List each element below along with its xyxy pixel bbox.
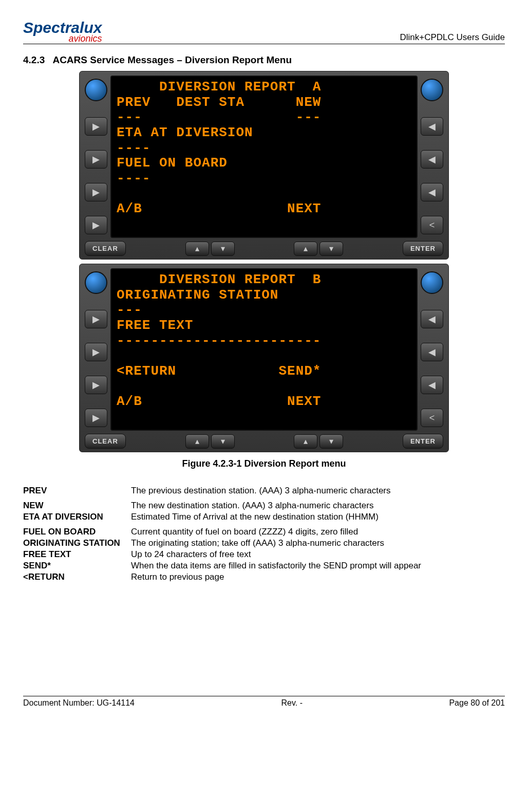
lsk-r4[interactable]: <	[421, 216, 443, 234]
lsk-l2[interactable]: ▶	[85, 150, 107, 169]
lsk-r3[interactable]: ◀	[421, 376, 443, 394]
lsk-r3[interactable]: ◀	[421, 183, 443, 201]
screen-line: ORIGINATING STATION	[117, 287, 278, 303]
left-side-buttons: ▶ ▶ ▶ ▶	[85, 76, 107, 238]
screen-line: FREE TEXT	[117, 318, 193, 333]
field-desc: Estimated Time of Arrival at the new des…	[131, 511, 505, 523]
screen-line: DIVERSION REPORT B	[117, 272, 321, 287]
clear-button[interactable]: CLEAR	[85, 241, 126, 256]
lsk-r4[interactable]: <	[421, 409, 443, 427]
knob-right-icon[interactable]	[421, 79, 443, 101]
field-term: PREV	[23, 482, 131, 496]
field-desc: Up to 24 characters of free text	[131, 549, 505, 560]
field-term: <RETURN	[23, 571, 131, 583]
lsk-l1[interactable]: ▶	[85, 117, 107, 136]
left-side-buttons: ▶ ▶ ▶ ▶	[85, 268, 107, 431]
screen-line: FUEL ON BOARD	[117, 155, 228, 171]
screen-line: PREV DEST STA NEW	[117, 95, 321, 110]
field-desc: Current quantity of fuel on board (ZZZZ)…	[131, 523, 505, 538]
screen-line: A/B NEXT	[117, 394, 321, 409]
field-term: FREE TEXT	[23, 549, 131, 560]
enter-button[interactable]: ENTER	[403, 241, 443, 256]
section-number: 4.2.3	[23, 54, 45, 65]
field-term: SEND*	[23, 560, 131, 571]
page-header: Spectralux avionics Dlink+CPDLC Users Gu…	[23, 21, 505, 44]
display-screen-b: DIVERSION REPORT B ORIGINATING STATION -…	[110, 268, 418, 431]
screen-line: ETA AT DIVERSION	[117, 125, 253, 140]
page-footer: Document Number: UG-14114 Rev. - Page 80…	[23, 696, 505, 708]
screen-line: --- ---	[117, 109, 321, 125]
device-panel-a: ▶ ▶ ▶ ▶ DIVERSION REPORT A PREV DEST STA…	[79, 71, 449, 260]
field-term: ETA AT DIVERSION	[23, 511, 131, 523]
nav-up-left-icon[interactable]: ▴	[185, 242, 209, 256]
logo: Spectralux avionics	[23, 21, 102, 43]
screen-line: ------------------------	[117, 333, 321, 348]
lsk-l1[interactable]: ▶	[85, 310, 107, 328]
field-desc: Return to previous page	[131, 571, 505, 583]
clear-button[interactable]: CLEAR	[85, 434, 126, 449]
screen-line: ---	[117, 302, 142, 318]
screen-line: ----	[117, 171, 150, 186]
nav-up-right-icon[interactable]: ▴	[294, 434, 317, 449]
lsk-r2[interactable]: ◀	[421, 343, 443, 361]
nav-down-right-icon[interactable]: ▾	[319, 434, 343, 449]
field-term: NEW	[23, 496, 131, 511]
nav-up-right-icon[interactable]: ▴	[294, 242, 317, 256]
lsk-l3[interactable]: ▶	[85, 376, 107, 394]
lsk-r1[interactable]: ◀	[421, 310, 443, 328]
right-side-buttons: ◀ ◀ ◀ <	[421, 76, 443, 238]
field-desc: The new destination station. (AAA) 3 alp…	[131, 496, 505, 511]
nav-down-left-icon[interactable]: ▾	[211, 242, 235, 256]
display-screen-a: DIVERSION REPORT A PREV DEST STA NEW ---…	[110, 76, 418, 238]
section-title: ACARS Service Messages – Diversion Repor…	[52, 54, 292, 65]
screen-line: <RETURN SEND*	[117, 363, 321, 379]
lsk-l3[interactable]: ▶	[85, 183, 107, 201]
knob-left-icon[interactable]	[85, 79, 107, 101]
nav-up-left-icon[interactable]: ▴	[185, 434, 209, 449]
lsk-r1[interactable]: ◀	[421, 117, 443, 136]
screen-line: DIVERSION REPORT A	[117, 79, 321, 95]
nav-down-left-icon[interactable]: ▾	[211, 434, 235, 449]
screen-line: A/B NEXT	[117, 201, 321, 216]
lsk-l4[interactable]: ▶	[85, 216, 107, 234]
field-desc: When the data items are filled in satisf…	[131, 560, 505, 571]
right-side-buttons: ◀ ◀ ◀ <	[421, 268, 443, 431]
revision: Rev. -	[281, 698, 302, 708]
knob-left-icon[interactable]	[85, 271, 107, 294]
section-heading: 4.2.3 ACARS Service Messages – Diversion…	[23, 54, 505, 66]
doc-number: Document Number: UG-14114	[23, 698, 135, 708]
field-definitions: PREVThe previous destination station. (A…	[23, 482, 505, 583]
page-number: Page 80 of 201	[449, 698, 505, 708]
guide-title: Dlink+CPDLC Users Guide	[400, 32, 505, 43]
field-term: FUEL ON BOARD	[23, 523, 131, 538]
lsk-r2[interactable]: ◀	[421, 150, 443, 169]
lsk-l4[interactable]: ▶	[85, 409, 107, 427]
enter-button[interactable]: ENTER	[403, 434, 443, 449]
knob-right-icon[interactable]	[421, 271, 443, 294]
figure-caption: Figure 4.2.3-1 Diversion Report menu	[23, 458, 505, 469]
field-desc: The previous destination station. (AAA) …	[131, 482, 505, 496]
device-panel-b: ▶ ▶ ▶ ▶ DIVERSION REPORT B ORIGINATING S…	[79, 264, 449, 452]
lsk-l2[interactable]: ▶	[85, 343, 107, 361]
field-desc: The originating station; take off (AAA) …	[131, 538, 505, 549]
screen-line: ----	[117, 140, 150, 156]
field-term: ORIGINATING STATION	[23, 538, 131, 549]
nav-down-right-icon[interactable]: ▾	[319, 242, 343, 256]
